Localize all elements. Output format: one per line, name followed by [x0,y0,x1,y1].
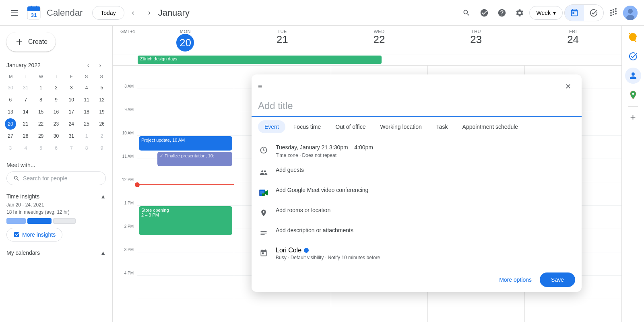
mini-date[interactable]: 13 [5,106,16,118]
add-guests-link[interactable]: Add guests [276,167,304,173]
mini-date[interactable]: 25 [81,118,92,130]
event-title-input[interactable] [252,97,582,117]
mini-date[interactable]: 29 [35,130,47,142]
mini-date[interactable]: 9 [96,142,107,154]
mini-date[interactable]: 7 [66,142,77,154]
calendar-logo-icon: 31 [26,5,42,21]
mini-date[interactable]: 31 [20,82,31,93]
settings-button[interactable] [512,5,528,21]
today-button[interactable]: Today [92,6,124,20]
add-location-link[interactable]: Add rooms or location [276,207,330,213]
more-insights-button[interactable]: More insights [6,228,62,242]
create-button[interactable]: Create [6,32,56,52]
mini-date[interactable]: 5 [96,82,107,93]
mini-date[interactable]: 24 [66,118,77,130]
mini-date[interactable]: 30 [50,130,62,142]
mini-date[interactable]: 30 [5,82,16,93]
menu-button[interactable] [6,5,23,21]
save-button[interactable]: Save [540,272,575,287]
maps-icon[interactable] [625,87,641,103]
mini-date[interactable]: 31 [66,130,77,142]
tab-event[interactable]: Event [258,120,285,133]
mini-date[interactable]: 8 [35,94,47,105]
mini-date[interactable]: 18 [81,106,92,118]
mini-date[interactable]: 1 [81,130,92,142]
create-label: Create [28,38,47,45]
month-title: January [158,8,206,18]
mini-date[interactable]: 20 [5,118,16,130]
calendars-collapse[interactable]: ▲ [100,250,106,256]
mini-date[interactable]: 5 [35,142,47,154]
right-add-button[interactable]: + [626,110,640,124]
mini-date[interactable]: 19 [96,106,107,118]
time-bar-segment-2 [27,218,52,224]
mini-date[interactable]: 6 [50,142,62,154]
mini-date[interactable]: 8 [81,142,92,154]
add-description-link[interactable]: Add description or attachments [276,227,353,233]
mini-date[interactable]: 9 [50,94,62,105]
mini-date[interactable]: 12 [96,94,107,105]
dialog-location-content[interactable]: Add rooms or location [276,206,575,214]
search-people-input[interactable]: Search for people [6,171,106,185]
week-selector[interactable]: Week ▾ [529,6,563,20]
dialog-guests-content[interactable]: Add guests [276,166,575,173]
tab-out-of-office[interactable]: Out of office [329,120,372,133]
mini-date[interactable]: 28 [20,130,31,142]
hour-line [137,112,234,136]
mini-date[interactable]: 26 [96,118,107,130]
mini-date[interactable]: 6 [5,94,16,105]
mini-date[interactable]: 10 [66,94,77,105]
add-meet-link[interactable]: Add Google Meet video conferencing [276,187,368,193]
prev-button[interactable]: ‹ [126,6,140,20]
dialog-close-button[interactable]: ✕ [561,79,575,94]
day-column[interactable]: Project update, 10 AM✓ Finalize presenta… [137,66,234,322]
mini-date[interactable]: 14 [20,106,31,118]
more-insights-label: More insights [22,231,56,238]
mini-date[interactable]: 15 [35,106,47,118]
search-button[interactable] [458,5,475,21]
calendar-view-button[interactable] [565,5,584,21]
more-options-button[interactable]: More options [496,273,535,286]
mini-next-button[interactable]: › [95,60,106,71]
tab-focus-time[interactable]: Focus time [287,120,327,133]
event-store-opening[interactable]: Store opening2 – 3 PM [139,206,232,235]
dialog-description-content[interactable]: Add description or attachments [276,227,575,234]
mini-date[interactable]: 2 [96,130,107,142]
mini-date[interactable]: 3 [66,82,77,93]
avatar[interactable] [623,6,638,20]
mini-prev-button[interactable]: ‹ [83,60,94,71]
tasks-check-icon[interactable] [625,48,641,64]
apps-button[interactable] [605,5,621,21]
event-time[interactable]: Tuesday, January 21 3:30pm – 4:00pm [276,144,575,152]
tasks-view-button[interactable] [584,5,603,21]
status-button[interactable] [476,5,492,21]
mini-date[interactable]: 11 [81,94,92,105]
tab-task[interactable]: Task [430,120,454,133]
mini-date[interactable]: 3 [5,142,16,154]
event-finalize-presentation[interactable]: ✓ Finalize presentation, 10: [157,152,232,166]
all-day-event[interactable]: Zürich design days [138,56,382,64]
mini-date[interactable]: 21 [20,118,31,130]
next-button[interactable]: › [142,6,157,20]
event-project-update[interactable]: Project update, 10 AM [139,136,232,151]
mini-date[interactable]: 4 [20,142,31,154]
mini-date[interactable]: 16 [50,106,62,118]
tab-appointment-schedule[interactable]: Appointment schedule [456,120,525,133]
search-icon [13,175,20,182]
mini-date[interactable]: 17 [66,106,77,118]
tab-working-location[interactable]: Working location [374,120,428,133]
mini-date[interactable]: 1 [35,82,47,93]
mini-date[interactable]: 7 [20,94,31,105]
keep-icon[interactable] [625,29,641,45]
contacts-icon[interactable] [625,68,641,84]
time-labels: 7 AM8 AM9 AM10 AM11 AM12 PM1 PM2 PM3 PM4… [113,66,137,322]
help-button[interactable] [494,5,510,21]
location-icon [258,207,269,219]
mini-date[interactable]: 2 [50,82,62,93]
mini-date[interactable]: 4 [81,82,92,93]
mini-date[interactable]: 27 [5,130,16,142]
time-insights-collapse[interactable]: ▲ [100,193,106,200]
mini-date[interactable]: 23 [50,118,62,130]
dialog-meet-content[interactable]: Add Google Meet video conferencing [276,186,575,194]
mini-date[interactable]: 22 [35,118,47,130]
